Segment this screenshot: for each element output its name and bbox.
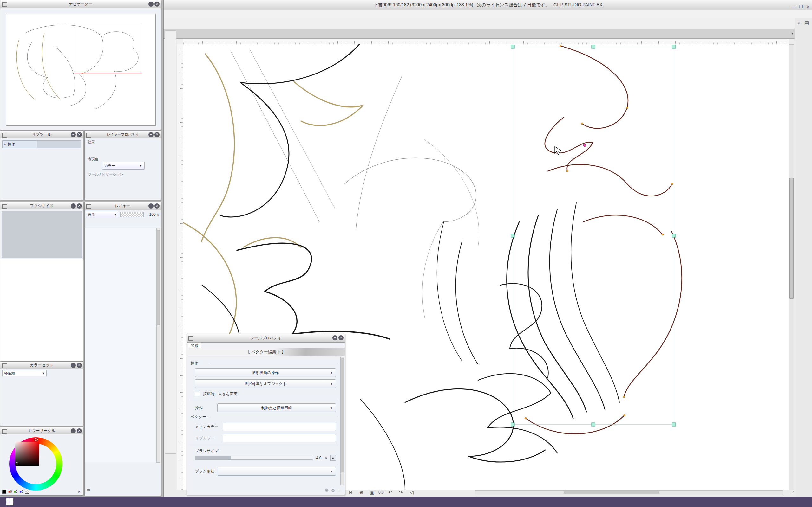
layer-list	[85, 228, 157, 462]
transparent-area-select[interactable]: 透明箇所の操作▼	[195, 368, 336, 377]
tab-overflow-icon[interactable]: ▾	[792, 31, 793, 36]
color-set-select[interactable]: ANE00▼	[2, 370, 47, 377]
scale-width-label: 拡縮時に太さを変更	[203, 391, 238, 397]
color-set-title: カラーセット	[30, 363, 53, 367]
resize-grip[interactable]: ⋰	[790, 491, 794, 495]
brush-size-value[interactable]: 4.0	[316, 456, 322, 460]
panel-close-icon[interactable]: ✕	[77, 132, 82, 137]
panel-menu-icon[interactable]	[2, 204, 7, 209]
brush-size-slider[interactable]	[195, 456, 313, 460]
zoom-in-icon[interactable]: ⊕	[357, 488, 366, 497]
rotate-left-icon[interactable]: ↶	[386, 488, 395, 497]
panel-close-icon[interactable]: ✕	[77, 204, 82, 209]
brush-size-dynamics-icon[interactable]: ■	[330, 455, 336, 461]
layers-panel: レイヤー −✕ 通常▼ 100 ⇅ ≋	[84, 202, 161, 496]
wrench-icon[interactable]: ⚙	[331, 488, 335, 493]
tool-strip	[165, 31, 176, 454]
main-color-swatch[interactable]	[223, 423, 336, 431]
fit-screen-icon[interactable]: ▣	[368, 488, 376, 497]
subtool-group-tab[interactable]: ⌕ 操作	[2, 140, 39, 148]
expression-color-select[interactable]: カラー▼	[102, 162, 145, 170]
sub-color-swatch[interactable]	[223, 434, 336, 442]
canvas-hscrollbar[interactable]	[474, 490, 783, 495]
canvas-vscrollbar[interactable]	[789, 44, 794, 490]
panel-menu-icon[interactable]	[2, 363, 7, 368]
opacity-value[interactable]: 100	[145, 212, 156, 217]
brush-size-panel: ブラシサイズ −✕	[0, 202, 84, 260]
group-label-operation: 操作	[191, 360, 338, 366]
color-set-panel: カラーセット −✕ ANE00▼	[0, 361, 84, 426]
explorer-tree	[0, 259, 83, 361]
panel-close-icon[interactable]: ✕	[154, 204, 159, 209]
layer-list-scrollbar[interactable]	[156, 228, 160, 463]
panel-menu-icon[interactable]	[2, 2, 7, 7]
panel-resize-grip[interactable]: ⋰	[337, 489, 340, 493]
navigator-view-rect[interactable]	[74, 24, 142, 73]
rgb-g-value: 0	[16, 490, 18, 493]
main-color-chip[interactable]	[2, 490, 6, 494]
mouse-cursor	[555, 147, 561, 155]
chevron-down-icon: ▼	[330, 406, 333, 410]
command-bar	[164, 18, 812, 29]
selectable-object-select[interactable]: 選択可能なオブジェクト▼	[195, 379, 336, 388]
brush-size-stepper[interactable]: ⇅	[324, 456, 327, 459]
window-title: 下書006* 160/182 (3200 x 2400px 300dpi 133…	[374, 2, 602, 7]
hue-indicator	[35, 438, 38, 441]
chevron-down-icon: ▼	[139, 164, 142, 168]
tool-property-scrollbar[interactable]	[340, 357, 345, 486]
rotate-right-icon[interactable]: ↷	[397, 488, 405, 497]
blend-mode-select[interactable]: 通常▼	[86, 211, 119, 218]
panel-close-icon[interactable]: ✕	[339, 335, 344, 340]
window-titlebar[interactable]: 下書006* 160/182 (3200 x 2400px 300dpi 133…	[164, 0, 812, 10]
panel-menu-icon[interactable]	[189, 336, 193, 341]
selection-box	[511, 45, 676, 426]
navigator-preview[interactable]	[6, 14, 156, 126]
panel-close-icon[interactable]: ✕	[154, 132, 159, 137]
panel-close-icon[interactable]: ✕	[77, 363, 82, 368]
panel-minimize-icon[interactable]: −	[148, 132, 154, 137]
sv-square[interactable]	[15, 442, 39, 466]
sv-indicator	[15, 462, 18, 465]
toolnav-label: ツールナビゲーション	[88, 172, 123, 177]
windows-logo-icon	[6, 498, 13, 505]
document-tabs	[164, 29, 812, 39]
brush-shape-select[interactable]: ▼	[217, 467, 336, 475]
panel-menu-icon[interactable]	[2, 133, 7, 137]
panel-minimize-icon[interactable]: −	[71, 429, 76, 434]
panel-menu-icon[interactable]	[2, 429, 7, 434]
magnifier-icon: ⌕	[4, 142, 6, 147]
windows-taskbar	[0, 497, 812, 507]
panel-minimize-icon[interactable]: −	[148, 2, 154, 7]
operation-mode-select[interactable]: 制御点と拡縮回転▼	[217, 403, 336, 412]
wheel-toggle-icon[interactable]: ◩	[78, 490, 81, 493]
desktop: { "colors":{"taskbar":"#52456b","selecti…	[0, 0, 812, 507]
scale-width-checkbox[interactable]	[195, 392, 200, 396]
group-label-vector: ベクター	[191, 414, 338, 419]
ruler-corner	[177, 39, 183, 45]
navigator-titlebar[interactable]: ナビゲーター − ✕	[0, 0, 161, 8]
start-button[interactable]	[0, 497, 20, 507]
expression-color-label: 表現色	[88, 157, 98, 162]
reset-rotation-icon[interactable]: ◁	[407, 488, 416, 497]
color-circle-panel: カラーサークル −✕ ■0 ■0 ■0 ◩	[0, 427, 84, 496]
panel-menu-icon[interactable]	[86, 204, 91, 209]
transparent-color-chip[interactable]	[25, 490, 29, 494]
opacity-slider[interactable]	[120, 212, 144, 217]
panel-close-icon[interactable]: ✕	[154, 2, 159, 7]
dock-list-icon[interactable]: ▤	[802, 18, 811, 27]
spiral-icon[interactable]: ✳	[324, 488, 328, 493]
chevron-down-icon: ▼	[330, 469, 333, 473]
sub-color-label: サブカラー	[195, 436, 220, 441]
panel-minimize-icon[interactable]: −	[148, 204, 154, 209]
palette-dock: » ▤	[795, 18, 812, 497]
panel-close-icon[interactable]: ✕	[77, 429, 82, 434]
layer-property-title: レイヤープロパティ	[107, 132, 139, 136]
panel-minimize-icon[interactable]: −	[71, 132, 76, 137]
panel-minimize-icon[interactable]: −	[71, 204, 76, 209]
zoom-out-icon[interactable]: ⊖	[346, 488, 355, 497]
panel-minimize-icon[interactable]: −	[333, 335, 338, 340]
chevron-down-icon: ▼	[330, 382, 333, 386]
panel-minimize-icon[interactable]: −	[71, 363, 76, 368]
panel-menu-icon[interactable]	[86, 133, 91, 137]
opacity-stepper[interactable]: ⇅	[157, 213, 159, 216]
